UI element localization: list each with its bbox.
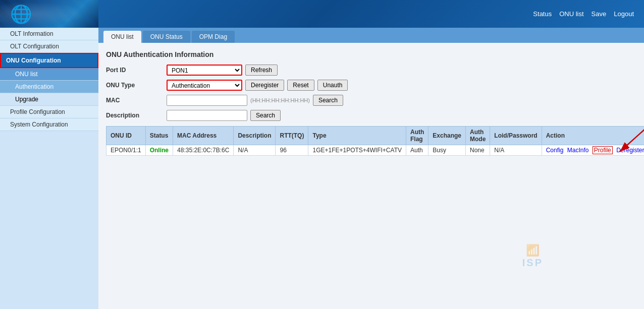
unauth-button[interactable]: Unauth [317,80,348,91]
mac-hint: (HH:HH:HH:HH:HH:HH) [250,97,310,103]
col-auth-flag: Auth Flag [406,127,428,145]
col-type: Type [308,127,406,145]
cell-loid: N/A [490,145,542,156]
table-header-row: ONU ID Status MAC Address Description RT… [106,127,645,145]
sidebar-item-olt-info[interactable]: OLT Information [0,28,98,40]
form: Port ID PON1 PON2 PON3 PON4 Refresh ONU … [106,65,644,121]
onu-type-control: Authentication Logic ID All Deregister R… [167,80,348,91]
port-id-select[interactable]: PON1 PON2 PON3 PON4 [167,65,242,76]
sidebar-item-onu-list[interactable]: ONU list [0,68,98,81]
port-id-label: Port ID [106,67,167,74]
sidebar-item-profile-config[interactable]: Profile Configuration [0,106,98,118]
mac-label: MAC [106,97,167,104]
table-row: EPON0/1:1 Online 48:35:2E:0C:7B:6C N/A 9… [106,145,645,156]
cell-auth-flag: Auth [406,145,428,156]
cell-mac: 48:35:2E:0C:7B:6C [173,145,234,156]
content-area: ONU list ONU Status OPM Diag ONU Authent… [98,28,644,309]
deregister-button[interactable]: Deregister [245,80,284,91]
mac-input[interactable] [167,95,247,106]
col-description: Description [234,127,276,145]
data-table: ONU ID Status MAC Address Description RT… [106,126,644,156]
sidebar-item-olt-config[interactable]: OLT Configuration [0,40,98,53]
cell-onu-id: EPON0/1:1 [106,145,146,156]
cell-rtt: 96 [276,145,308,156]
main-layout: OLT Information OLT Configuration ONU Co… [0,28,644,309]
sidebar: OLT Information OLT Configuration ONU Co… [0,28,98,309]
col-rtt: RTT(TQ) [276,127,308,145]
mac-row: MAC (HH:HH:HH:HH:HH:HH) Search [106,95,644,106]
sidebar-item-system-config[interactable]: System Configuration [0,118,98,131]
search-desc-button[interactable]: Search [250,110,281,121]
sidebar-item-onu-config[interactable]: ONU Configuration [0,53,98,68]
col-status: Status [145,127,173,145]
description-row: Description Search [106,110,644,121]
port-id-control: PON1 PON2 PON3 PON4 Refresh [167,65,278,76]
cell-description: N/A [234,145,276,156]
onu-type-select[interactable]: Authentication Logic ID All [167,80,242,91]
top-nav: Status ONU list Save Logout [533,10,634,18]
status-badge: Online [150,147,169,154]
top-header: Status ONU list Save Logout [0,0,644,28]
cell-auth-mode: None [466,145,490,156]
port-id-row: Port ID PON1 PON2 PON3 PON4 Refresh [106,65,644,76]
onu-type-label: ONU Type [106,82,167,89]
tab-opm-diag[interactable]: OPM Diag [192,31,235,43]
description-input[interactable] [167,110,247,121]
tab-bar: ONU list ONU Status OPM Diag [98,28,644,43]
page-content: ONU Authentication Information Port ID P… [98,43,644,163]
tab-onu-list[interactable]: ONU list [103,31,141,43]
sidebar-item-authentication[interactable]: Authentication [0,81,98,93]
col-mac: MAC Address [173,127,234,145]
col-onu-id: ONU ID [106,127,146,145]
tab-onu-status[interactable]: ONU Status [143,31,190,43]
cell-status: Online [145,145,173,156]
col-auth-mode: Auth Mode [466,127,490,145]
col-action: Action [542,127,644,145]
nav-onu-list[interactable]: ONU list [559,10,583,18]
logo [0,0,98,28]
refresh-button[interactable]: Refresh [245,65,278,76]
action-profile[interactable]: Profile [593,146,613,154]
cell-action: Config MacInfo Profile [542,145,644,156]
nav-status[interactable]: Status [533,10,552,18]
action-deregister[interactable]: Deregister [616,147,644,154]
page-title: ONU Authentication Information [106,50,644,58]
action-macinfo[interactable]: MacInfo [567,147,589,154]
action-config[interactable]: Config [546,147,564,154]
nav-save[interactable]: Save [592,10,607,18]
description-control: Search [167,110,281,121]
mac-control: (HH:HH:HH:HH:HH:HH) Search [167,95,343,106]
cell-type: 1GE+1FE+1POTS+4WIFI+CATV [308,145,406,156]
col-loid: Loid/Password [490,127,542,145]
search-mac-button[interactable]: Search [313,95,343,106]
sidebar-item-upgrade[interactable]: Upgrade [0,93,98,106]
cell-exchange: Busy [428,145,466,156]
reset-button[interactable]: Reset [287,80,314,91]
description-label: Description [106,112,167,119]
onu-type-row: ONU Type Authentication Logic ID All Der… [106,80,644,91]
col-exchange: Exchange [428,127,466,145]
nav-logout[interactable]: Logout [614,10,634,18]
